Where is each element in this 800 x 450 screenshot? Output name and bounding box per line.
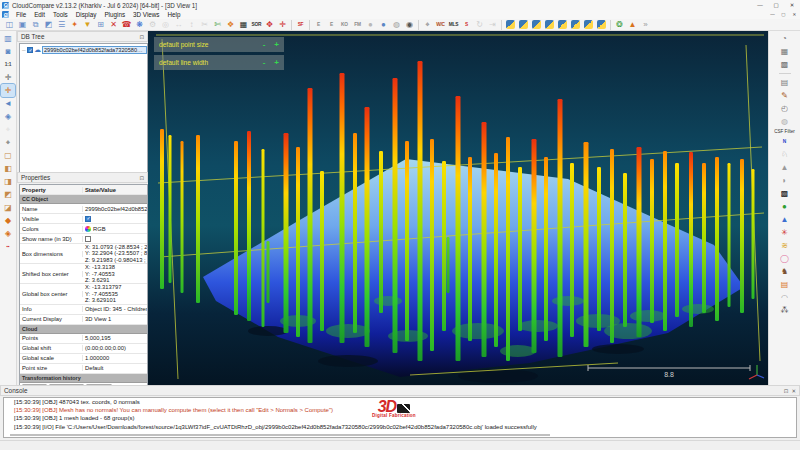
brush-plugin-icon[interactable]: ✎ xyxy=(777,89,792,102)
normals-plugin-icon[interactable]: N xyxy=(777,135,792,148)
mls-tool-icon[interactable]: MLS xyxy=(447,19,460,30)
wc-tool-icon[interactable]: W/C xyxy=(434,19,447,30)
plugin-terrain-icon[interactable]: ▲ xyxy=(777,161,792,174)
plugin-boar-icon[interactable]: ◗ xyxy=(777,174,792,187)
plugin-prism-icon[interactable]: ▲ xyxy=(777,213,792,226)
menu-plugins[interactable]: Plugins xyxy=(100,11,129,18)
plugin-sphere-icon[interactable]: ● xyxy=(777,200,792,213)
increase-point-size-button[interactable]: + xyxy=(274,41,279,49)
plugin-checker-icon[interactable]: ▩ xyxy=(777,187,792,200)
save-icon[interactable]: ▣ xyxy=(16,19,29,30)
view-front-icon[interactable]: ◧ xyxy=(1,162,15,175)
colorimetric-plugin-icon[interactable]: ❂ xyxy=(613,19,626,30)
increase-line-width-button[interactable]: + xyxy=(274,59,279,67)
visible-checkbox[interactable] xyxy=(85,216,91,222)
cross-section-icon[interactable]: ✄ xyxy=(211,19,224,30)
plugin-graph-icon[interactable]: ⁂ xyxy=(777,304,792,317)
minimize-button[interactable]: — xyxy=(767,11,778,19)
minimize-button[interactable]: — xyxy=(752,1,768,10)
merge-icon[interactable]: ▼ xyxy=(81,19,94,30)
toolbar-overflow-icon[interactable]: » xyxy=(639,19,652,30)
plugin-dog-icon[interactable]: ♘ xyxy=(777,148,792,161)
properties-header[interactable]: Properties ⊡ xyxy=(17,172,148,183)
ko-tool-icon[interactable]: KO xyxy=(338,19,351,30)
plugin-ellipse-icon[interactable]: ◯ xyxy=(777,252,792,265)
close-all-icon[interactable]: ◩ xyxy=(42,19,55,30)
clock-view-icon[interactable]: ◔ xyxy=(777,32,792,45)
maximize-button[interactable]: ▢ xyxy=(768,1,784,10)
iso-cube-icon[interactable]: ◈ xyxy=(1,110,15,123)
fm-tool-icon[interactable]: FM xyxy=(351,19,364,30)
3d-viewport[interactable]: 8.8 default point size - + default line … xyxy=(148,31,768,385)
show-name-in-3d--checkbox[interactable] xyxy=(85,236,91,242)
console-header[interactable]: Console ⊡ ✕ xyxy=(0,385,800,396)
visibility-checkbox[interactable] xyxy=(27,47,33,53)
python-plugin-7-icon[interactable] xyxy=(582,19,595,30)
delete-icon[interactable]: ✕ xyxy=(107,19,120,30)
translate-rotate-icon[interactable]: ✥ xyxy=(263,19,276,30)
view-left-icon[interactable]: ◨ xyxy=(1,175,15,188)
apply-transformation-icon[interactable]: ✦ xyxy=(68,19,81,30)
point-picking-icon[interactable]: ❋ xyxy=(133,19,146,30)
python-plugin-1-icon[interactable] xyxy=(504,19,517,30)
label-2d-icon[interactable]: ❖ xyxy=(224,19,237,30)
plugin-fan-icon[interactable]: ✳ xyxy=(777,226,792,239)
sphere-grey-icon[interactable]: ◍ xyxy=(390,19,403,30)
menu-display[interactable]: Display xyxy=(72,11,101,18)
open-icon[interactable]: ◫ xyxy=(3,19,16,30)
grid-a-icon[interactable]: ▦ xyxy=(777,45,792,58)
python-plugin-8-icon[interactable] xyxy=(595,19,608,30)
decrease-line-width-button[interactable]: - xyxy=(263,59,266,67)
pan-view-icon[interactable]: ◄ xyxy=(1,97,15,110)
register-icon[interactable]: ☎ xyxy=(120,19,133,30)
wand-icon[interactable]: ⌖ xyxy=(421,19,434,30)
plugin-bricks-icon[interactable]: ▤ xyxy=(777,278,792,291)
disk-blue-icon[interactable]: ● xyxy=(377,19,390,30)
python-plugin-2-icon[interactable] xyxy=(517,19,530,30)
s-tool-icon[interactable]: S xyxy=(460,19,473,30)
menu-tools[interactable]: Tools xyxy=(49,11,72,18)
float-icon[interactable]: ⊡ xyxy=(139,175,144,181)
view-back-icon[interactable]: ◩ xyxy=(1,188,15,201)
plugin-dome-icon[interactable]: ◠ xyxy=(777,291,792,304)
sf-tools-icon[interactable]: SF xyxy=(294,19,307,30)
clone-icon[interactable]: ⧉ xyxy=(29,19,42,30)
screenshot-icon[interactable]: ◙ xyxy=(1,45,15,58)
sor-filter-icon[interactable]: SOR xyxy=(250,19,263,30)
python-plugin-6-icon[interactable] xyxy=(569,19,582,30)
stereo-mode-icon[interactable]: ▪▪ xyxy=(1,240,15,253)
octree-tool-icon[interactable]: E xyxy=(312,19,325,30)
view-iso-2-icon[interactable]: ◈ xyxy=(1,227,15,240)
maximize-button[interactable]: ▢ xyxy=(778,11,789,19)
gauge-plugin-icon[interactable]: ◴ xyxy=(777,102,792,115)
menu-file[interactable]: File xyxy=(12,11,30,18)
db-tree-item[interactable]: ─ ☁ 2999b0c02bef42d0b852fada7320580c.can… xyxy=(22,45,147,55)
python-plugin-4-icon[interactable] xyxy=(543,19,556,30)
console-scrollbar[interactable] xyxy=(10,434,550,436)
plugin-horse-icon[interactable]: ♞ xyxy=(777,265,792,278)
python-plugin-5-icon[interactable] xyxy=(556,19,569,30)
zoom-in-icon[interactable]: ⌖ xyxy=(1,136,15,149)
grid-b-icon[interactable]: ▩ xyxy=(777,58,792,71)
globe-plugin-icon[interactable]: ◍ xyxy=(777,115,792,128)
float-icon[interactable]: ⊡ xyxy=(784,388,789,394)
menu-edit[interactable]: Edit xyxy=(30,11,49,18)
display-settings-icon[interactable]: ▥ xyxy=(1,32,15,45)
properties-list-icon[interactable]: ☰ xyxy=(55,19,68,30)
decrease-point-size-button[interactable]: - xyxy=(263,41,266,49)
subsample-icon[interactable]: ⊞ xyxy=(94,19,107,30)
float-icon[interactable]: ⊡ xyxy=(139,34,144,40)
zoom-fit-icon[interactable]: ✛ xyxy=(1,71,15,84)
close-button[interactable]: ✕ xyxy=(789,11,800,19)
python-plugin-3-icon[interactable] xyxy=(530,19,543,30)
menu-help[interactable]: Help xyxy=(164,11,185,18)
plugin-layers-icon[interactable]: ≋ xyxy=(777,239,792,252)
view-iso-1-icon[interactable]: ◆ xyxy=(1,214,15,227)
mesh-plugin-icon[interactable]: ▲ xyxy=(626,19,639,30)
menu-3d-views[interactable]: 3D Views xyxy=(129,11,163,18)
view-bottom-icon[interactable]: ◪ xyxy=(1,201,15,214)
resample-tool-icon[interactable]: E xyxy=(325,19,338,30)
sphere-dark-icon[interactable]: ◉ xyxy=(403,19,416,30)
db-tree-header[interactable]: DB Tree ⊡ xyxy=(17,31,148,42)
close-button[interactable]: ✕ xyxy=(784,1,800,10)
